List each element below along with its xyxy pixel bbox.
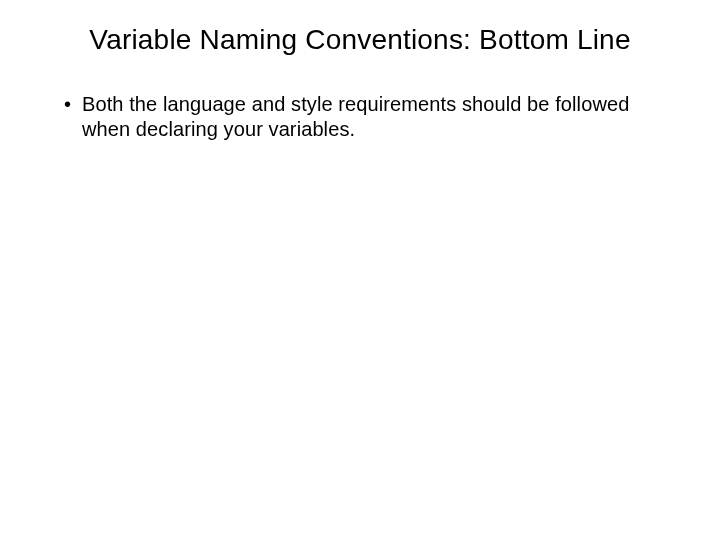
list-item: Both the language and style requirements… (60, 92, 650, 142)
bullet-list: Both the language and style requirements… (60, 92, 650, 142)
slide-content: Both the language and style requirements… (50, 92, 670, 142)
slide-container: Variable Naming Conventions: Bottom Line… (0, 0, 720, 540)
slide-title: Variable Naming Conventions: Bottom Line (50, 24, 670, 56)
